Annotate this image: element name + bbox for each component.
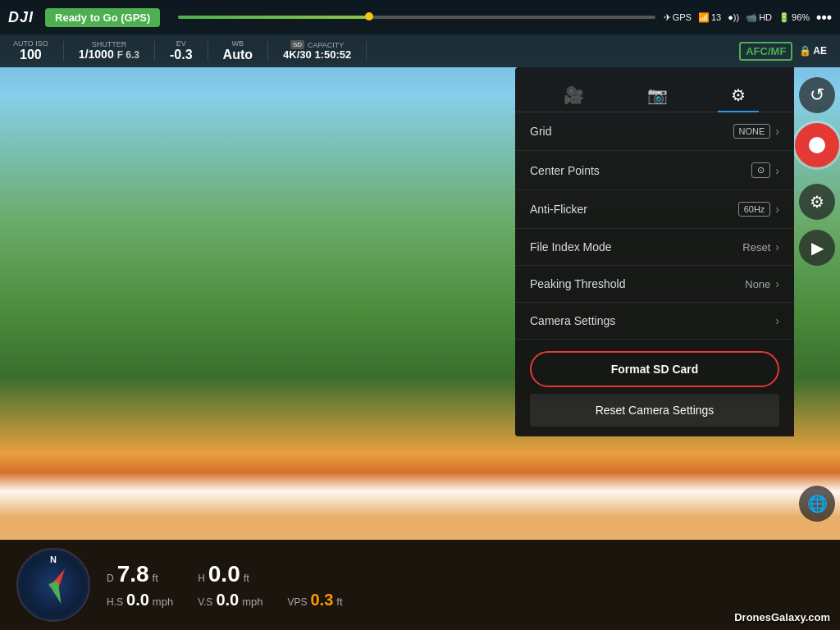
chevron-right-icon: › (775, 240, 779, 253)
exposure-settings-button[interactable]: ⚙ (799, 184, 835, 220)
compass: N (16, 548, 90, 622)
chevron-right-icon: › (775, 125, 779, 138)
resolution-param: SD CAPACITY 4K/30 1:50:52 (283, 40, 351, 61)
afc-mf-indicator[interactable]: AFC/MF (739, 42, 792, 61)
ae-lock-indicator[interactable]: 🔒 AE (799, 45, 827, 57)
flight-stats: D 7.8 ft H 0.0 ft H.S 0.0 mph V.S 0.0 mp… (107, 561, 343, 609)
anti-flicker-tag: 60Hz (738, 202, 771, 217)
status-icons: ✈ GPS 📶 13 ●)) 📹 HD 🔋 96% (664, 12, 810, 23)
camera-icon: 📹 (746, 12, 757, 23)
shutter-param: SHUTTER 1/1000F 6.3 (79, 40, 139, 61)
vertical-speed-stat: V.S 0.0 mph (198, 591, 262, 609)
lock-icon: 🔒 (799, 45, 811, 57)
iso-param: Auto ISO 100 (13, 39, 48, 62)
watermark: DronesGalaxy.com (734, 611, 830, 623)
separator (154, 41, 155, 61)
grid-row[interactable]: Grid NONE › (515, 112, 794, 151)
gear-icon: ⚙ (731, 86, 746, 104)
gps-status: ✈ GPS (664, 12, 692, 23)
progress-fill (178, 16, 369, 19)
file-index-mode-row[interactable]: File Index Mode Reset › (515, 229, 794, 266)
separator (208, 41, 208, 61)
photo-icon: 📷 (647, 86, 668, 104)
ev-param: EV -0.3 (170, 39, 193, 62)
gps-icon: ✈ (664, 12, 671, 23)
settings-panel: 🎥 📷 ⚙ Grid NONE › Center Points ⊙ › Anti… (515, 67, 794, 436)
format-sd-card-button[interactable]: Format SD Card (530, 351, 779, 387)
separator (63, 41, 64, 61)
peaking-threshold-row[interactable]: Peaking Threshold None › (515, 266, 794, 303)
more-options-button[interactable]: ••• (816, 9, 832, 26)
chevron-right-icon: › (775, 314, 779, 327)
center-points-tag: ⊙ (751, 162, 770, 178)
signal-icon: 📶 (698, 12, 710, 23)
tab-photo[interactable]: 📷 (634, 79, 681, 112)
separator (267, 41, 268, 61)
wb-param: WB Auto (223, 39, 253, 62)
signal-progress-bar (178, 16, 655, 19)
sliders-icon: ⚙ (810, 192, 824, 212)
anti-flicker-row[interactable]: Anti-Flicker 60Hz › (515, 190, 794, 229)
flip-icon: ↺ (810, 84, 824, 106)
chevron-right-icon: › (775, 277, 779, 290)
horizontal-speed-stat: H.S 0.0 mph (107, 591, 173, 609)
progress-dot (365, 12, 373, 21)
signal-status: 📶 13 (698, 12, 721, 23)
battery-status: 🔋 96% (778, 12, 810, 23)
tab-settings[interactable]: ⚙ (718, 79, 759, 112)
status-badge: Ready to Go (GPS) (45, 8, 160, 27)
panel-tabs: 🎥 📷 ⚙ (515, 67, 794, 112)
camera-settings-row[interactable]: Camera Settings › (515, 303, 794, 340)
record-button[interactable] (795, 123, 839, 167)
video-icon: 🎥 (564, 86, 584, 104)
spacer (287, 561, 320, 587)
tab-video[interactable]: 🎥 (550, 79, 597, 112)
camera-settings-bar: Auto ISO 100 SHUTTER 1/1000F 6.3 EV -0.3… (0, 34, 840, 67)
compass-arrow-green (48, 581, 66, 605)
center-points-row[interactable]: Center Points ⊙ › (515, 151, 794, 190)
camera-signal: 📹 HD (746, 12, 772, 23)
map-icon: 🌐 (807, 494, 828, 514)
grid-value-tag: NONE (733, 124, 771, 139)
height-stat: H 0.0 ft (198, 561, 262, 587)
battery-icon: 🔋 (778, 12, 790, 23)
map-button[interactable]: 🌐 (799, 486, 835, 522)
compass-north-label: N (50, 555, 57, 564)
record-icon (809, 137, 825, 153)
playback-icon: ▶ (811, 238, 824, 258)
flip-camera-button[interactable]: ↺ (799, 77, 835, 113)
reset-camera-settings-button[interactable]: Reset Camera Settings (530, 394, 779, 427)
vps-stat: VPS 0.3 ft (287, 591, 342, 609)
chevron-right-icon: › (775, 203, 779, 216)
separator (366, 41, 367, 61)
dji-logo: DJI (8, 9, 34, 26)
bottom-bar: N D 7.8 ft H 0.0 ft H.S 0.0 mph V.S 0.0 … (0, 540, 840, 630)
distance-stat: D 7.8 ft (107, 561, 173, 587)
video-tx-status: ●)) (728, 12, 739, 22)
playback-button[interactable]: ▶ (799, 230, 835, 266)
top-bar: DJI Ready to Go (GPS) ✈ GPS 📶 13 ●)) 📹 H… (0, 0, 840, 34)
chevron-right-icon: › (775, 164, 779, 177)
